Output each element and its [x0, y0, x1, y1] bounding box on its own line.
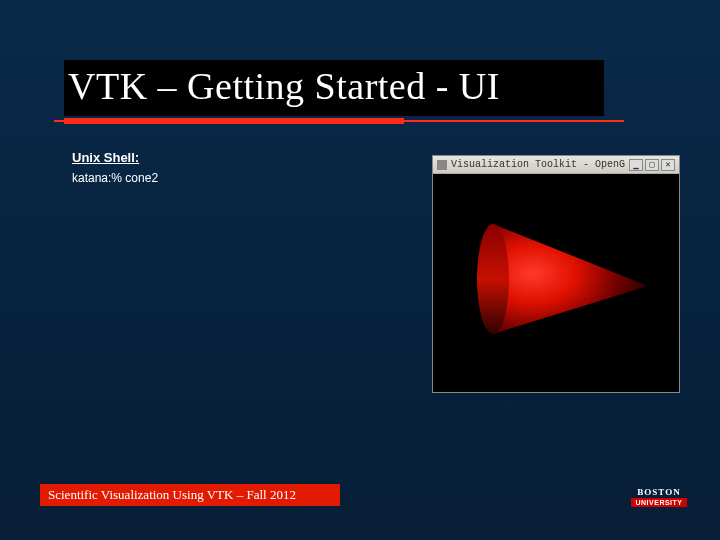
svg-point-0	[477, 224, 509, 334]
close-button[interactable]: ✕	[661, 159, 675, 171]
footer-text: Scientific Visualization Using VTK – Fal…	[48, 487, 296, 503]
maximize-button[interactable]: ▢	[645, 159, 659, 171]
slide-title: VTK – Getting Started - UI	[64, 60, 604, 112]
vtk-render-window: Visualization Toolkit - OpenG ▁ ▢ ✕	[432, 155, 680, 393]
cone-icon	[453, 204, 663, 354]
maximize-icon: ▢	[649, 159, 654, 170]
window-title: Visualization Toolkit - OpenG	[451, 159, 627, 170]
close-icon: ✕	[665, 159, 670, 170]
window-titlebar: Visualization Toolkit - OpenG ▁ ▢ ✕	[433, 156, 679, 174]
window-icon	[437, 160, 447, 170]
boston-university-logo: BOSTON UNIVERSITY	[628, 484, 690, 510]
logo-bottom-text: UNIVERSITY	[631, 498, 686, 507]
logo-top-text: BOSTON	[637, 487, 680, 497]
title-accent-bar	[64, 118, 404, 124]
minimize-button[interactable]: ▁	[629, 159, 643, 171]
footer-bar: Scientific Visualization Using VTK – Fal…	[40, 484, 340, 506]
slide-title-block: VTK – Getting Started - UI	[64, 60, 604, 112]
render-viewport[interactable]	[433, 174, 679, 392]
minimize-icon: ▁	[633, 159, 638, 170]
